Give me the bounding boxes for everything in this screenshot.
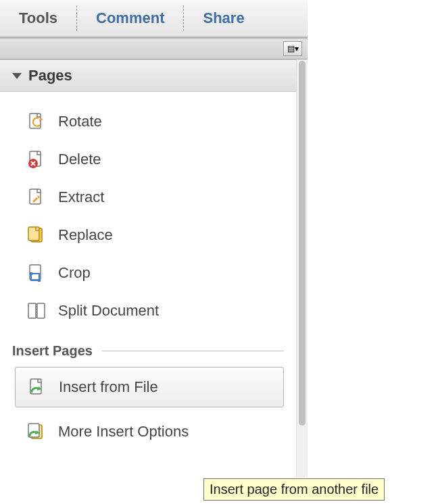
scrollbar-thumb[interactable] [299, 61, 306, 426]
list-icon: ▤▾ [287, 45, 299, 53]
tools-panel: Pages Rotate [0, 59, 296, 478]
disclosure-down-icon [12, 73, 22, 79]
options-bar: ▤▾ [0, 38, 308, 59]
item-label: Split Document [58, 302, 159, 320]
item-split-document[interactable]: Split Document [0, 292, 296, 330]
more-insert-options-icon [26, 421, 47, 443]
item-insert-from-file[interactable]: Insert from File [15, 367, 284, 407]
section-title: Pages [28, 67, 72, 84]
tab-bar: Tools Comment Share [0, 0, 308, 38]
divider [102, 351, 284, 351]
tab-comment[interactable]: Comment [77, 0, 183, 36]
item-crop[interactable]: Crop [0, 254, 296, 292]
item-delete[interactable]: Delete [0, 141, 296, 178]
subsection-insert-pages: Insert Pages [0, 341, 296, 361]
item-label: Rotate [58, 113, 102, 130]
rotate-icon [26, 111, 47, 132]
view-options-button[interactable]: ▤▾ [283, 41, 302, 56]
crop-icon [26, 262, 47, 284]
svg-marker-1 [39, 118, 43, 121]
item-label: Insert from File [59, 378, 158, 396]
tooltip: Insert page from another file [203, 478, 385, 501]
insert-from-file-icon [26, 376, 48, 398]
item-label: More Insert Options [58, 423, 189, 440]
delete-icon [26, 149, 47, 170]
svg-rect-13 [38, 279, 41, 282]
split-document-icon [26, 300, 47, 322]
extract-icon [26, 186, 47, 208]
section-header-pages[interactable]: Pages [0, 59, 296, 92]
item-label: Extract [58, 188, 104, 206]
item-more-insert-options[interactable]: More Insert Options [0, 413, 296, 451]
tab-tools[interactable]: Tools [0, 0, 76, 36]
item-label: Delete [58, 151, 101, 168]
item-replace[interactable]: Replace [0, 216, 296, 254]
item-rotate[interactable]: Rotate [0, 103, 296, 141]
item-label: Replace [58, 226, 113, 244]
svg-rect-15 [37, 303, 45, 318]
subsection-title: Insert Pages [12, 343, 93, 359]
svg-rect-14 [28, 303, 36, 318]
svg-rect-12 [30, 272, 32, 275]
item-extract[interactable]: Extract [0, 178, 296, 216]
svg-rect-9 [28, 227, 39, 241]
scrollbar[interactable] [296, 59, 308, 478]
replace-icon [26, 224, 47, 246]
pages-items: Rotate Delete [0, 92, 296, 341]
item-label: Crop [58, 264, 91, 282]
tab-share[interactable]: Share [184, 0, 263, 36]
